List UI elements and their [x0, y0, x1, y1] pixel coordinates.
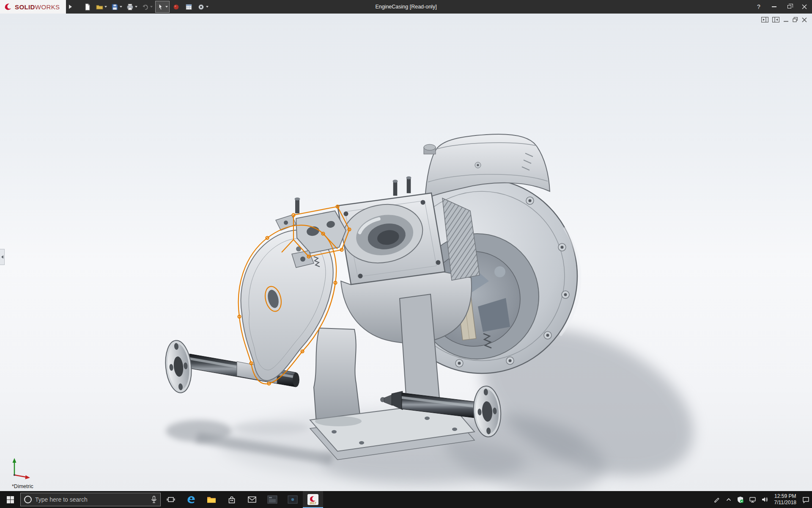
- network-button[interactable]: [746, 491, 759, 508]
- save-button[interactable]: [110, 1, 123, 12]
- x-axis-arrow: [25, 475, 30, 480]
- save-icon: [111, 3, 118, 11]
- clock-time: 12:59 PM: [774, 493, 796, 500]
- secondary-app-icon: [288, 495, 298, 504]
- edge-button[interactable]: [181, 491, 201, 508]
- file-explorer-button[interactable]: [201, 491, 222, 508]
- open-icon: [96, 3, 103, 11]
- system-tray: 12:59 PM 7/11/2018: [711, 491, 812, 508]
- doc-restore-button[interactable]: [793, 17, 798, 22]
- microphone-icon[interactable]: [151, 496, 157, 503]
- new-document-icon: [84, 3, 91, 11]
- ds-swirl-icon: [3, 2, 13, 11]
- undo-caret-icon: [150, 6, 153, 8]
- network-icon: [749, 497, 756, 503]
- featuremanager-flyout-tab[interactable]: [0, 249, 5, 265]
- design-table-button[interactable]: [184, 1, 195, 12]
- studs: [393, 177, 411, 196]
- store-bag-icon: [228, 496, 236, 504]
- security-button[interactable]: [734, 491, 746, 508]
- start-button[interactable]: [0, 491, 20, 508]
- undo-button[interactable]: [140, 1, 154, 12]
- hidden-icons-button[interactable]: [723, 491, 734, 508]
- open-button[interactable]: [95, 1, 108, 12]
- windows-ink-button[interactable]: [711, 491, 723, 508]
- undo-icon: [142, 3, 149, 11]
- taskbar-clock[interactable]: 12:59 PM 7/11/2018: [771, 491, 800, 508]
- secondary-app-button[interactable]: [283, 491, 303, 508]
- shield-icon: [737, 496, 744, 503]
- select-button[interactable]: [156, 1, 169, 12]
- new-document-button[interactable]: [82, 1, 93, 12]
- windows-taskbar: 2017: [0, 491, 812, 508]
- task-view-button[interactable]: [161, 491, 181, 508]
- speaker-icon: [761, 496, 768, 503]
- titlebar: SOLIDWORKS: [0, 0, 812, 14]
- show-left-pane-button[interactable]: [761, 17, 768, 22]
- gear-icon: [198, 3, 205, 11]
- doc-close-button[interactable]: [802, 17, 807, 22]
- window-controls: ?: [751, 0, 812, 14]
- cortana-icon: [24, 496, 32, 503]
- engine-casing-model[interactable]: [0, 14, 812, 491]
- print-button[interactable]: [125, 1, 139, 12]
- solidworks-year-badge: 2017: [310, 502, 316, 505]
- print-caret-icon: [135, 6, 137, 8]
- minimize-icon: [772, 6, 776, 7]
- solidworks-logo: SOLIDWORKS: [0, 0, 66, 14]
- document-window-controls: [761, 17, 807, 22]
- show-right-pane-button[interactable]: [772, 17, 779, 22]
- action-center-button[interactable]: [800, 491, 812, 508]
- brand-solid: SOLID: [15, 3, 35, 11]
- orientation-triad: [8, 456, 31, 480]
- minimize-button[interactable]: [766, 0, 782, 14]
- close-icon: [802, 4, 807, 9]
- select-cursor-icon: [157, 3, 164, 11]
- open-caret-icon: [104, 6, 107, 8]
- graphics-viewport[interactable]: *Dimetric: [0, 14, 812, 491]
- toolbar-expand-button[interactable]: [66, 0, 75, 14]
- restore-button[interactable]: [782, 0, 797, 14]
- mail-button[interactable]: [242, 491, 262, 508]
- options-caret-icon: [206, 6, 208, 8]
- clock-date: 7/11/2018: [774, 500, 797, 506]
- media-app-button[interactable]: [262, 491, 283, 508]
- render-sphere-button[interactable]: [171, 1, 182, 12]
- taskbar-search[interactable]: [20, 493, 161, 506]
- print-icon: [126, 3, 134, 11]
- close-button[interactable]: [797, 0, 812, 14]
- media-app-icon: [267, 495, 277, 504]
- design-table-icon: [185, 3, 192, 11]
- brand-text: SOLIDWORKS: [15, 3, 60, 11]
- store-button[interactable]: [222, 491, 242, 508]
- solidworks-app-icon: 2017: [307, 494, 318, 505]
- quick-access-toolbar: [82, 1, 210, 12]
- restore-icon: [787, 5, 791, 8]
- chevron-up-icon: [726, 497, 732, 502]
- mail-envelope-icon: [248, 496, 256, 503]
- help-button[interactable]: ?: [751, 0, 766, 14]
- y-axis-arrow: [13, 458, 16, 463]
- task-view-icon: [167, 496, 175, 503]
- expand-arrow-icon: [69, 5, 72, 9]
- edge-icon: [186, 494, 196, 505]
- brand-works: WORKS: [35, 3, 60, 11]
- volume-button[interactable]: [759, 491, 771, 508]
- windows-logo-icon: [7, 496, 14, 503]
- search-input[interactable]: [35, 496, 148, 503]
- action-center-icon: [802, 496, 809, 503]
- view-orientation-label: *Dimetric: [12, 483, 33, 489]
- save-caret-icon: [120, 6, 122, 8]
- select-caret-icon: [165, 6, 168, 8]
- left-axle-flange: [163, 339, 194, 394]
- pen-icon: [714, 496, 721, 503]
- render-sphere-icon: [173, 3, 180, 11]
- options-button[interactable]: [196, 1, 210, 12]
- solidworks-app-button[interactable]: 2017: [303, 491, 323, 508]
- flyout-arrow-icon: [1, 255, 3, 259]
- doc-minimize-button[interactable]: [783, 17, 789, 22]
- folder-icon: [207, 496, 216, 503]
